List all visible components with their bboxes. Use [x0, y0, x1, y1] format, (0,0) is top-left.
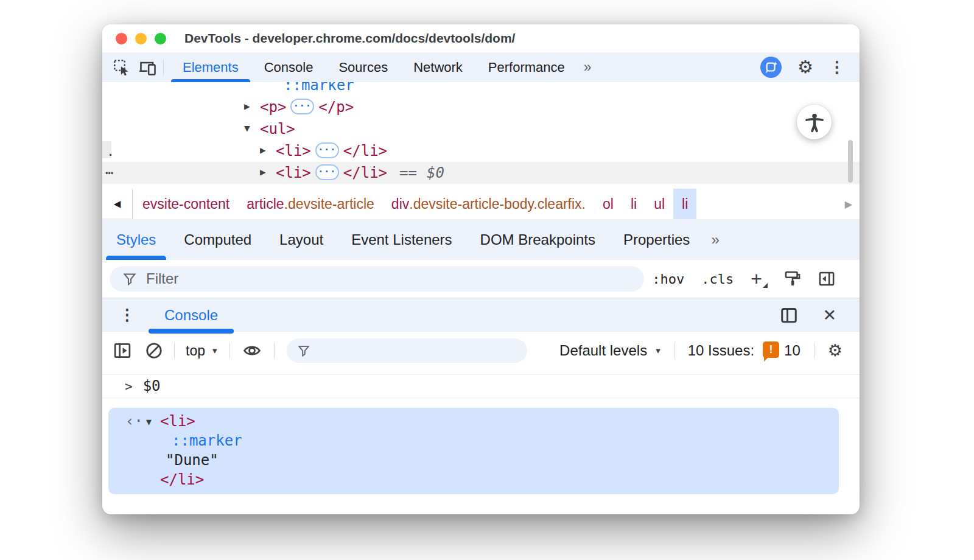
- breadcrumb-item[interactable]: div.devsite-article-body.clearfix.: [383, 189, 594, 219]
- console-toolbar: top ▾ Default levels ▾ 10 Issues:: [102, 332, 860, 369]
- paint-roller-icon[interactable]: [784, 270, 801, 287]
- breadcrumb-back-icon[interactable]: ◀: [102, 189, 133, 219]
- breadcrumb-item[interactable]: ol: [594, 189, 622, 219]
- dom-node-p[interactable]: ▶<p>···</p>: [102, 96, 860, 118]
- devtools-toolbar: Elements Console Sources Network Perform…: [102, 52, 860, 82]
- inline-ellipsis-icon[interactable]: ···: [315, 164, 339, 180]
- tab-network[interactable]: Network: [401, 52, 475, 82]
- toggle-sidebar-panel-icon[interactable]: [818, 270, 835, 287]
- tab-computed[interactable]: Computed: [170, 219, 265, 260]
- divider: [674, 343, 674, 359]
- breadcrumb-item[interactable]: evsite-content: [134, 189, 238, 219]
- toggle-hover-state-button[interactable]: :hov: [652, 271, 684, 287]
- tab-event-listeners[interactable]: Event Listeners: [337, 219, 466, 260]
- filter-funnel-icon: [123, 272, 136, 285]
- more-tabs-icon[interactable]: »: [578, 52, 597, 82]
- breadcrumb-forward-icon[interactable]: ▶: [841, 189, 856, 219]
- console-result-selected[interactable]: ‹· ▼ <li> ::marker "Dune" </li>: [108, 408, 839, 494]
- breadcrumb-item[interactable]: article.devsite-article: [238, 189, 383, 219]
- issues-badge-icon: !: [763, 341, 779, 358]
- tab-styles[interactable]: Styles: [102, 219, 170, 260]
- tab-dom-breakpoints[interactable]: DOM Breakpoints: [466, 219, 609, 260]
- toolbar-right: ⚙ ⋮: [760, 57, 860, 78]
- clear-console-icon[interactable]: [145, 341, 163, 360]
- console-prompt-chevron: >: [125, 379, 133, 394]
- collapse-arrow-icon[interactable]: ▼: [146, 412, 152, 432]
- window-title: DevTools - developer.chrome.com/docs/dev…: [184, 31, 515, 46]
- tab-properties[interactable]: Properties: [609, 219, 704, 260]
- breadcrumb-item[interactable]: li: [622, 189, 645, 219]
- breadcrumb-item[interactable]: ul: [645, 189, 673, 219]
- return-value-arrow-icon: ‹·: [125, 411, 143, 431]
- breadcrumb-bar: ◀ evsite-content article.devsite-article…: [102, 189, 860, 219]
- minimize-window-button[interactable]: [135, 33, 147, 44]
- titlebar: DevTools - developer.chrome.com/docs/dev…: [102, 24, 860, 52]
- filter-funnel-icon: [298, 345, 310, 357]
- divider: [274, 343, 275, 359]
- close-drawer-icon[interactable]: ✕: [822, 306, 836, 325]
- dom-node-marker-clipped[interactable]: ::marker: [102, 82, 860, 96]
- ai-assistance-icon[interactable]: [760, 57, 782, 78]
- styles-filter-pill[interactable]: [110, 266, 644, 292]
- divider: [174, 343, 175, 359]
- dom-node-li-selected[interactable]: ▶<li>···</li>==$0: [102, 162, 860, 184]
- console-drawer-header: ⋮ Console ✕: [102, 298, 860, 332]
- more-sidebar-tabs-icon[interactable]: »: [711, 231, 718, 248]
- device-toolbar-icon[interactable]: [139, 59, 157, 76]
- javascript-context-select[interactable]: top ▾: [186, 343, 217, 359]
- chevron-down-icon: ▾: [656, 345, 660, 356]
- tab-layout[interactable]: Layout: [265, 219, 337, 260]
- chevron-down-icon: ▾: [212, 345, 217, 356]
- tab-console[interactable]: Console: [251, 52, 326, 82]
- result-text-node[interactable]: "Dune": [108, 450, 839, 470]
- dom-tree: ::marker ▶<p>···</p> ▼<ul> ▶<li>···</li>…: [102, 82, 860, 184]
- expand-arrow-icon[interactable]: ▶: [260, 161, 276, 183]
- divider: [229, 343, 230, 359]
- close-window-button[interactable]: [116, 33, 127, 44]
- inline-ellipsis-icon[interactable]: ···: [290, 99, 314, 114]
- dom-node-ul[interactable]: ▼<ul>: [102, 118, 860, 140]
- styles-filter-row: :hov .cls +: [102, 260, 860, 298]
- log-levels-select[interactable]: Default levels ▾: [559, 342, 660, 359]
- tab-elements[interactable]: Elements: [170, 52, 251, 82]
- console-settings-gear-icon[interactable]: ⚙: [828, 343, 843, 359]
- elements-scrollbar[interactable]: [848, 140, 853, 183]
- dollar-zero-ref: $0: [427, 164, 444, 181]
- result-marker-pseudo[interactable]: ::marker: [108, 431, 839, 450]
- live-expression-eye-icon[interactable]: [242, 341, 262, 360]
- tab-performance[interactable]: Performance: [475, 52, 578, 82]
- breadcrumb-item-selected[interactable]: li: [673, 189, 696, 219]
- console-command: $0: [143, 377, 161, 394]
- new-style-rule-icon[interactable]: +: [751, 269, 762, 289]
- toggle-class-button[interactable]: .cls: [701, 271, 734, 287]
- console-filter-input[interactable]: [317, 343, 500, 359]
- drawer-header-actions: ✕: [780, 306, 860, 325]
- drawer-menu-kebab-icon[interactable]: ⋮: [119, 306, 135, 324]
- divider: [814, 343, 815, 359]
- styles-filter-input[interactable]: [146, 270, 572, 287]
- accessibility-floating-button[interactable]: [797, 105, 832, 139]
- inspect-element-icon[interactable]: [113, 59, 130, 76]
- inline-ellipsis-icon[interactable]: ···: [315, 142, 339, 158]
- elements-tree-panel: ::marker ▶<p>···</p> ▼<ul> ▶<li>···</li>…: [102, 82, 860, 189]
- expand-arrow-icon[interactable]: ▶: [244, 96, 260, 117]
- collapse-arrow-icon[interactable]: ▼: [244, 117, 260, 139]
- window-controls: [102, 33, 166, 44]
- tab-sources[interactable]: Sources: [326, 52, 401, 82]
- styles-filter-actions: :hov .cls +: [652, 269, 860, 289]
- split-panel-icon[interactable]: [780, 306, 798, 324]
- settings-gear-icon[interactable]: ⚙: [797, 58, 813, 76]
- drawer-tab-console[interactable]: Console: [149, 298, 234, 332]
- dom-node-li[interactable]: ▶<li>···</li>: [102, 140, 860, 162]
- gutter-dot: .: [107, 141, 114, 163]
- maximize-window-button[interactable]: [155, 33, 166, 44]
- console-command-row[interactable]: >$0: [102, 374, 860, 398]
- devtools-window: DevTools - developer.chrome.com/docs/dev…: [102, 24, 860, 514]
- expand-arrow-icon[interactable]: ▶: [260, 139, 276, 161]
- issues-counter[interactable]: 10 Issues: ! 10: [688, 341, 801, 360]
- menu-kebab-icon[interactable]: ⋮: [829, 58, 845, 77]
- console-filter-pill[interactable]: [287, 338, 527, 363]
- sidebar-tabbar: Styles Computed Layout Event Listeners D…: [102, 219, 860, 260]
- gutter-ellipsis: ⋯: [105, 162, 114, 184]
- show-console-sidebar-icon[interactable]: [113, 341, 131, 360]
